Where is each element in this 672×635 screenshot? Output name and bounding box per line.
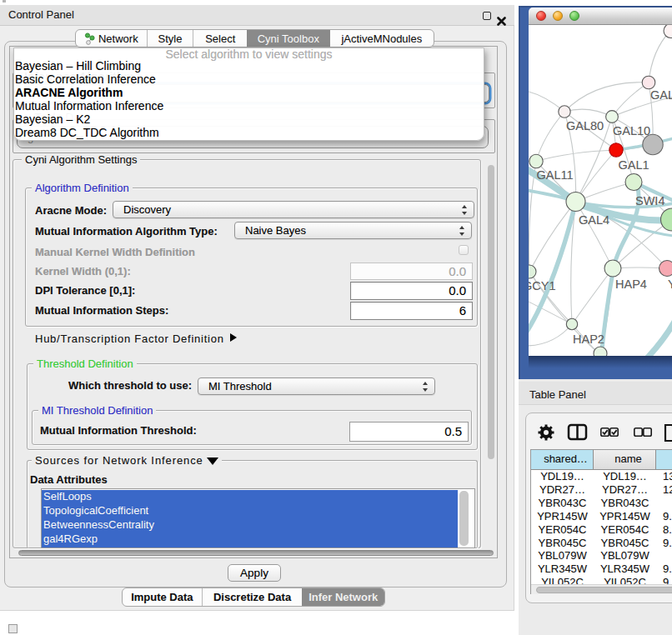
svg-text:GAL10: GAL10 bbox=[613, 124, 650, 138]
svg-text:GAL1: GAL1 bbox=[619, 158, 649, 172]
svg-text:GAL80: GAL80 bbox=[566, 119, 604, 132]
svg-text:HAP2: HAP2 bbox=[573, 332, 604, 346]
svg-text:GAL11: GAL11 bbox=[537, 168, 574, 182]
svg-text:HAP4: HAP4 bbox=[615, 278, 647, 291]
svg-text:SWI4: SWI4 bbox=[635, 194, 664, 208]
svg-text:GCY1: GCY1 bbox=[529, 279, 556, 292]
svg-text:Y: Y bbox=[668, 278, 672, 291]
svg-text:GAL4: GAL4 bbox=[579, 213, 609, 227]
svg-text:GAL2: GAL2 bbox=[650, 88, 672, 102]
